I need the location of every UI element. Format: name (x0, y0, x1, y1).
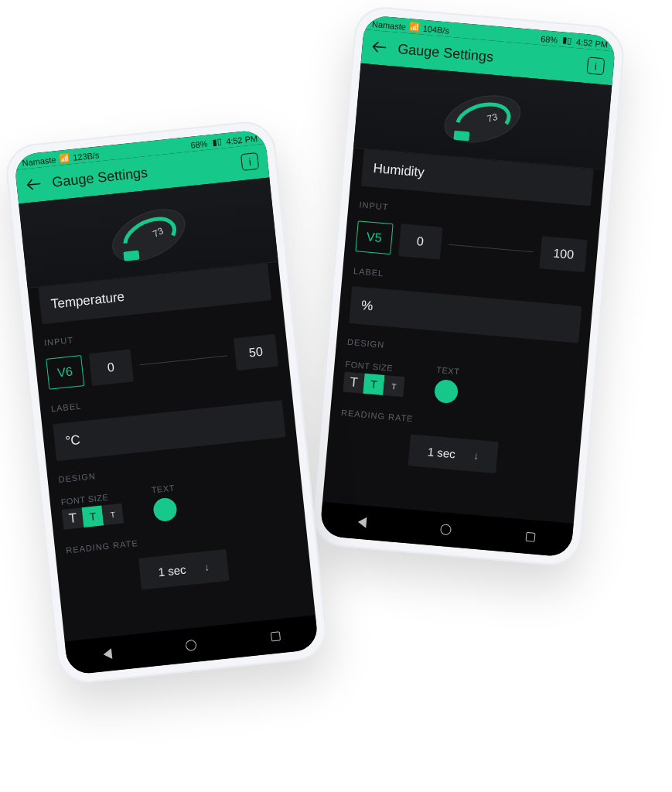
range-divider (138, 347, 228, 372)
chevron-down-icon: ↓ (473, 450, 479, 463)
carrier-label: Namaste (372, 19, 407, 31)
settings-body: Humidity INPUT V5 0 100 LABEL % DESIGN F… (322, 148, 605, 524)
fontsize-options: T T T (62, 504, 124, 530)
battery-pct: 68% (541, 34, 558, 45)
nav-back-icon[interactable] (357, 517, 367, 528)
nav-recent-icon[interactable] (525, 532, 535, 542)
screen: Namaste 📶 104B/s 68% ▮▯ 4:52 PM Gauge Se… (319, 15, 616, 558)
text-color-picker[interactable] (152, 497, 178, 522)
back-button[interactable] (371, 40, 387, 54)
phone-mock-left: Namaste 📶 123B/s 68% ▮▯ 4:52 PM Gauge Se… (3, 119, 329, 686)
screen: Namaste 📶 123B/s 68% ▮▯ 4:52 PM Gauge Se… (14, 129, 319, 675)
info-button[interactable]: i (587, 56, 605, 75)
nav-home-icon[interactable] (186, 640, 197, 651)
fontsize-large[interactable]: T (343, 372, 364, 394)
text-color-picker[interactable] (434, 379, 459, 405)
min-value-input[interactable]: 0 (398, 224, 442, 260)
svg-rect-1 (453, 130, 469, 141)
signal-icon: 📶 (408, 22, 420, 32)
fontsize-label: FONT SIZE (345, 360, 406, 374)
reading-rate-value: 1 sec (158, 563, 186, 579)
fontsize-medium[interactable]: T (82, 505, 104, 527)
nav-back-icon[interactable] (103, 648, 112, 660)
pin-selector[interactable]: V6 (46, 355, 84, 390)
svg-rect-3 (123, 250, 139, 261)
fontsize-small[interactable]: T (101, 504, 124, 526)
text-color-label: TEXT (436, 365, 460, 377)
input-row: V5 0 100 (355, 220, 588, 272)
net-speed: 123B/s (73, 150, 100, 162)
reading-rate-value: 1 sec (427, 445, 455, 460)
pin-selector[interactable]: V5 (355, 220, 393, 254)
back-button[interactable] (26, 177, 43, 191)
design-row: FONT SIZE T T T TEXT (343, 357, 575, 415)
phone-mock-right: Namaste 📶 104B/s 68% ▮▯ 4:52 PM Gauge Se… (309, 5, 626, 568)
max-value-input[interactable]: 50 (234, 334, 278, 370)
battery-pct: 68% (190, 138, 208, 149)
text-color-label: TEXT (151, 483, 175, 495)
range-divider (448, 237, 534, 259)
battery-icon: ▮▯ (562, 35, 572, 46)
svg-point-2 (104, 199, 193, 271)
clock: 4:52 PM (226, 133, 258, 145)
fontsize-options: T T T (343, 372, 404, 398)
nav-recent-icon[interactable] (271, 631, 281, 641)
fontsize-small[interactable]: T (383, 375, 404, 397)
reading-rate-selector[interactable]: 1 sec ↓ (408, 434, 498, 473)
battery-icon: ▮▯ (212, 137, 222, 148)
min-value-input[interactable]: 0 (88, 350, 133, 386)
fontsize-large[interactable]: T (62, 507, 84, 530)
svg-point-0 (439, 87, 525, 149)
nav-home-icon[interactable] (440, 524, 452, 535)
chevron-down-icon: ↓ (203, 561, 210, 573)
carrier-label: Namaste (22, 155, 56, 168)
page-title: Gauge Settings (397, 40, 578, 72)
max-value-input[interactable]: 100 (540, 236, 588, 272)
fontsize-medium[interactable]: T (363, 374, 384, 395)
net-speed: 104B/s (422, 23, 449, 35)
reading-rate-selector[interactable]: 1 sec ↓ (138, 549, 230, 590)
clock: 4:52 PM (576, 37, 609, 50)
signal-icon: 📶 (59, 152, 70, 163)
settings-body: Temperature INPUT V6 0 50 LABEL °C DESIG… (28, 262, 316, 642)
label-input[interactable]: % (349, 286, 582, 343)
info-button[interactable]: i (240, 152, 259, 171)
